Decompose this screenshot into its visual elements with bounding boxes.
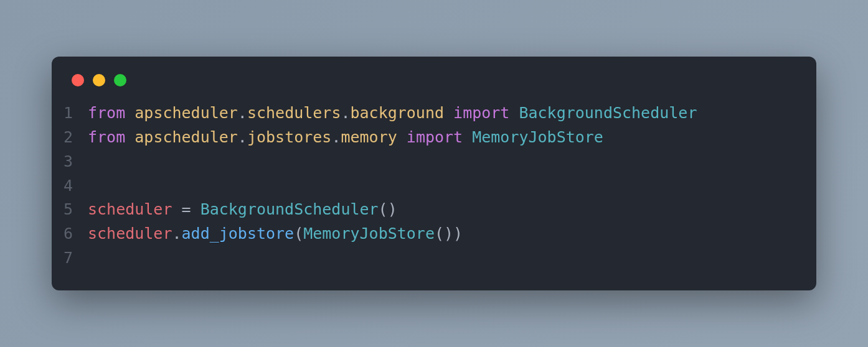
code-line: 1 from apscheduler.schedulers.background… <box>52 101 816 126</box>
module: memory <box>341 128 397 146</box>
lparen: ( <box>294 224 303 243</box>
code-line: 6 scheduler.add_jobstore(MemoryJobStore(… <box>52 222 816 246</box>
dot: . <box>238 128 247 146</box>
code-line: 4 <box>52 174 816 198</box>
code-content: from apscheduler.jobstores.memory import… <box>88 126 603 150</box>
module: apscheduler <box>134 104 238 122</box>
line-number: 6 <box>52 222 88 246</box>
line-number: 2 <box>52 126 88 150</box>
class-name: MemoryJobStore <box>472 128 603 146</box>
window-titlebar <box>52 74 816 101</box>
code-content <box>88 246 97 271</box>
close-icon[interactable] <box>72 74 84 86</box>
parens: () <box>435 224 453 243</box>
keyword-import: import <box>453 104 509 122</box>
code-line: 2 from apscheduler.jobstores.memory impo… <box>52 126 816 150</box>
keyword-import: import <box>407 128 463 146</box>
operator: = <box>172 200 200 218</box>
function-name: add_jobstore <box>182 224 295 243</box>
class-name: BackgroundScheduler <box>519 104 697 122</box>
code-content: scheduler = BackgroundScheduler() <box>88 198 397 222</box>
minimize-icon[interactable] <box>93 74 105 86</box>
identifier: scheduler <box>88 200 172 218</box>
code-content: from apscheduler.schedulers.background i… <box>88 101 697 126</box>
line-number: 5 <box>52 198 88 222</box>
code-line: 5 scheduler = BackgroundScheduler() <box>52 198 816 222</box>
parens: () <box>379 200 397 218</box>
code-content <box>88 174 97 198</box>
code-content <box>88 150 97 174</box>
module: schedulers <box>247 104 341 122</box>
class-name: MemoryJobStore <box>303 224 435 243</box>
code-window: 1 from apscheduler.schedulers.background… <box>52 57 816 290</box>
keyword-from: from <box>88 128 125 146</box>
zoom-icon[interactable] <box>114 74 126 86</box>
code-line: 3 <box>52 150 816 174</box>
module: background <box>351 104 445 122</box>
line-number: 4 <box>52 174 88 198</box>
rparen: ) <box>453 224 463 243</box>
identifier: scheduler <box>88 224 172 243</box>
keyword-from: from <box>88 104 125 122</box>
module: jobstores <box>247 128 331 146</box>
line-number: 7 <box>52 246 88 271</box>
line-number: 3 <box>52 150 88 174</box>
dot: . <box>238 104 247 122</box>
dot: . <box>341 104 350 122</box>
code-line: 7 <box>52 246 816 271</box>
code-block: 1 from apscheduler.schedulers.background… <box>52 101 816 270</box>
dot: . <box>172 224 181 243</box>
code-content: scheduler.add_jobstore(MemoryJobStore()) <box>88 222 463 246</box>
module: apscheduler <box>134 128 238 146</box>
dot: . <box>331 128 341 146</box>
line-number: 1 <box>52 101 88 126</box>
class-name: BackgroundScheduler <box>200 200 379 218</box>
